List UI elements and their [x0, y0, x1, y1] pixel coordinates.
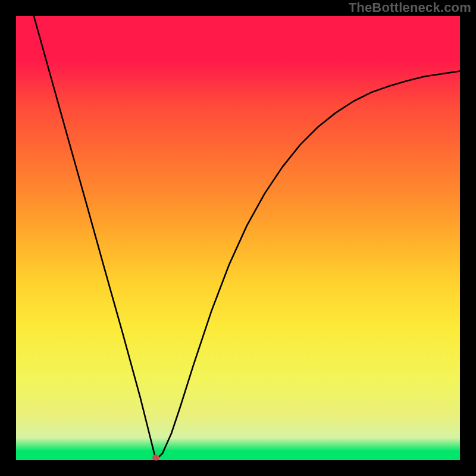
- watermark-text: TheBottleneck.com: [349, 0, 471, 15]
- curve-svg: [16, 16, 460, 460]
- plot-area: [16, 16, 460, 460]
- curve-path: [34, 16, 460, 460]
- chart-frame: TheBottleneck.com: [0, 0, 476, 476]
- minimum-marker: [152, 455, 159, 461]
